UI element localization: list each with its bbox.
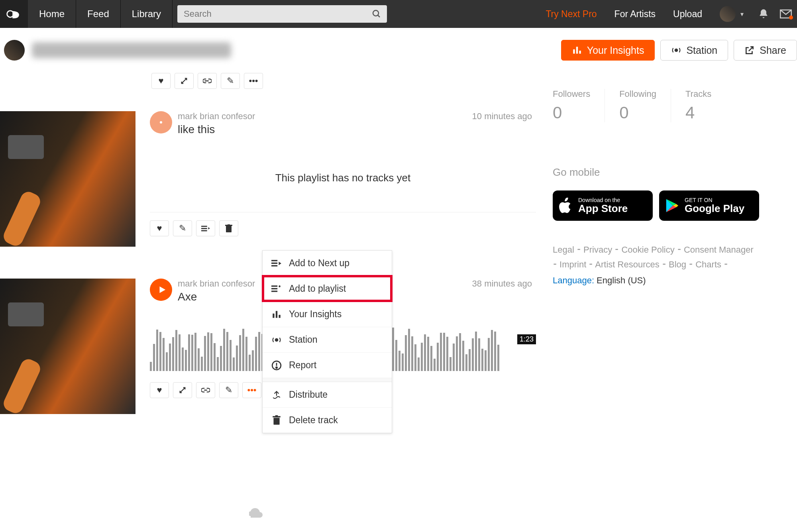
distribute-icon	[271, 390, 282, 400]
station-label: Station	[686, 45, 717, 56]
stat-value: 0	[553, 103, 590, 122]
more-button[interactable]: •••	[244, 73, 263, 89]
more-button-active[interactable]: •••	[242, 382, 261, 398]
copy-link-button[interactable]	[198, 73, 217, 89]
chevron-down-icon: ▾	[740, 10, 744, 18]
appstore-small: Download on the	[578, 197, 628, 203]
share-label: Share	[760, 45, 786, 56]
svg-rect-17	[271, 285, 277, 287]
google-play-button[interactable]: GET IT ONGoogle Play	[659, 190, 759, 221]
svg-rect-29	[275, 415, 278, 416]
repost-button[interactable]	[175, 73, 194, 89]
nav-home[interactable]: Home	[28, 0, 76, 28]
menu-label: Report	[289, 360, 316, 371]
like-button[interactable]: ♥	[151, 73, 171, 89]
menu-delete[interactable]: Delete track	[263, 407, 392, 433]
nav-library[interactable]: Library	[121, 0, 173, 28]
apple-icon	[559, 198, 573, 214]
profile-avatar[interactable]	[4, 40, 25, 61]
language-value: English (US)	[594, 275, 646, 285]
stat-tracks[interactable]: Tracks 4	[671, 89, 726, 122]
track-title[interactable]: like this	[178, 123, 255, 136]
menu-separator	[263, 378, 392, 382]
stat-value: 4	[685, 103, 711, 122]
top-nav: Home Feed Library Try Next Pro For Artis…	[0, 0, 797, 28]
artwork[interactable]	[0, 111, 135, 247]
messages-icon[interactable]	[775, 9, 797, 19]
play-button[interactable]	[150, 279, 172, 301]
go-mobile-heading: Go mobile	[553, 166, 759, 179]
stat-value: 0	[619, 103, 656, 122]
try-pro-link[interactable]: Try Next Pro	[537, 0, 605, 28]
menu-station[interactable]: Station	[263, 327, 392, 352]
stat-followers[interactable]: Followers 0	[553, 89, 605, 122]
insights-label: Your Insights	[587, 45, 644, 56]
svg-point-26	[276, 367, 277, 368]
language-key: Language:	[553, 275, 594, 285]
playlist-item: mark brian confesor like this 10 minutes…	[0, 111, 536, 247]
edit-button[interactable]: ✎	[219, 382, 238, 398]
your-insights-button[interactable]: Your Insights	[561, 40, 655, 61]
menu-add-next-up[interactable]: Add to Next up	[263, 251, 392, 276]
trash-icon	[271, 415, 282, 426]
delete-button[interactable]	[219, 220, 238, 236]
right-nav: Try Next Pro For Artists Upload ▾	[537, 0, 797, 28]
track-actions-top: ♥ ✎ •••	[151, 73, 536, 89]
gplay-small: GET IT ON	[685, 197, 744, 203]
timestamp: 10 minutes ago	[472, 111, 536, 122]
for-artists-link[interactable]: For Artists	[606, 0, 665, 28]
svg-rect-9	[201, 228, 207, 229]
artist-name[interactable]: mark brian confesor	[178, 279, 255, 289]
appstore-big: App Store	[578, 202, 628, 214]
upload-link[interactable]: Upload	[664, 0, 711, 28]
profile-header: Your Insights Station Share	[0, 28, 797, 73]
station-button[interactable]: Station	[660, 40, 728, 61]
notifications-icon[interactable]	[752, 8, 775, 20]
language-selector[interactable]: Language: English (US)	[553, 275, 759, 286]
legal-links[interactable]: Legal ⁃ Privacy ⁃ Cookie Policy ⁃ Consen…	[553, 242, 759, 272]
svg-rect-16	[271, 265, 277, 266]
duration-badge: 1:23	[517, 334, 536, 344]
queue-button[interactable]	[196, 220, 215, 236]
svg-point-7	[675, 49, 678, 52]
menu-distribute[interactable]: Distribute	[263, 382, 392, 407]
track-title[interactable]: Axe	[178, 291, 255, 303]
like-button[interactable]: ♥	[150, 382, 169, 398]
svg-rect-27	[273, 418, 279, 424]
svg-point-1	[373, 10, 379, 16]
artist-avatar[interactable]	[150, 111, 172, 133]
repost-button[interactable]	[173, 382, 192, 398]
profile-name-blurred	[32, 42, 231, 58]
user-menu[interactable]: ▾	[711, 0, 752, 28]
insights-icon	[271, 309, 282, 320]
soundcloud-footer-icon	[249, 508, 268, 521]
search-input[interactable]	[177, 5, 387, 23]
svg-rect-20	[273, 313, 274, 318]
menu-insights[interactable]: Your Insights	[263, 301, 392, 327]
menu-label: Delete track	[289, 415, 338, 426]
like-button[interactable]: ♥	[150, 220, 169, 236]
copy-link-button[interactable]	[196, 382, 215, 398]
edit-button[interactable]: ✎	[221, 73, 240, 89]
menu-report[interactable]: Report	[263, 352, 392, 378]
edit-button[interactable]: ✎	[173, 220, 192, 236]
timestamp: 38 minutes ago	[472, 279, 536, 289]
playlist-actions: ♥ ✎	[150, 220, 536, 236]
app-store-button[interactable]: Download on theApp Store	[553, 190, 653, 221]
artist-name[interactable]: mark brian confesor	[178, 111, 255, 122]
share-button[interactable]: Share	[734, 40, 797, 61]
search-wrap	[173, 0, 392, 28]
stat-label: Following	[619, 89, 656, 99]
menu-label: Distribute	[289, 389, 328, 400]
logo-icon[interactable]	[0, 0, 28, 28]
stat-label: Tracks	[685, 89, 711, 99]
google-play-icon	[665, 198, 679, 213]
nav-feed[interactable]: Feed	[76, 0, 121, 28]
menu-label: Add to playlist	[289, 283, 346, 294]
artwork[interactable]	[0, 279, 135, 414]
svg-rect-8	[201, 226, 207, 227]
stat-following[interactable]: Following 0	[605, 89, 671, 122]
svg-rect-11	[226, 226, 232, 232]
search-icon[interactable]	[369, 7, 384, 21]
menu-add-playlist[interactable]: Add to playlist	[263, 276, 392, 301]
